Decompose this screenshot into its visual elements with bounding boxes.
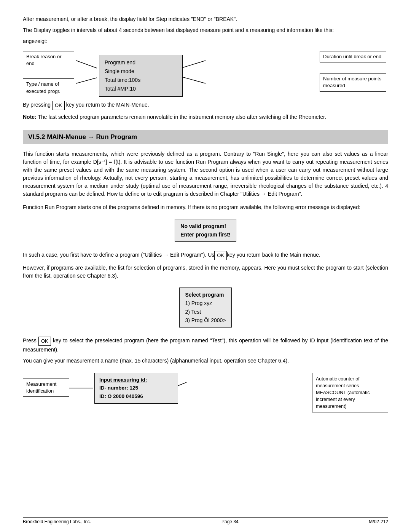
body-para1: This function starts measurements, which… (23, 150, 388, 198)
ok-case-paragraph: In such a case, you first have to define… (23, 251, 388, 260)
ok-key-1[interactable]: OK (52, 101, 65, 110)
error-display-box: No valid program! Enter program first! (175, 219, 236, 242)
input-right-box: Automatic counter of measurement series … (312, 373, 388, 413)
diagram-center-column: Program end Single mode Total time:100s … (99, 55, 183, 97)
break-reason-box: Break reason or end (23, 51, 74, 69)
error-line1: No valid program! (180, 222, 230, 230)
svg-line-3 (181, 77, 206, 83)
body-para2: Function Run Program starts one of the p… (23, 203, 388, 211)
footer-left: Brookfield Engineering Labs., Inc. (23, 519, 91, 524)
press-ok-text1: Press (23, 338, 37, 344)
input-measuring-box: Input measuring id: ID- number: 125 ID: … (94, 373, 178, 404)
ok-key-2[interactable]: OK (214, 251, 227, 260)
ok-note-text2: key you return to the MAIN-Menue. (66, 102, 149, 108)
footer-center: Page 34 (221, 519, 239, 524)
ok-case-text2: key you return back to the Main menue. (227, 252, 320, 258)
input-diagram: Measurement identification Input measuri… (23, 371, 388, 405)
input-line2: ID- number: 125 (99, 384, 173, 392)
diagram1: Break reason or end Type / name of execu… (23, 49, 388, 95)
input-right-text: Automatic counter of measurement series … (316, 376, 370, 409)
note-bold: Note: (23, 114, 37, 120)
program-avail-para: However, if programs are available, the … (23, 264, 388, 280)
intro-para1: After measurement, or after a break, the… (23, 15, 388, 23)
select-program-container: Select program 1) Prog xyz 2) Test 3) Pr… (23, 284, 388, 332)
ok-note-paragraph: By pressing OK key you return to the MAI… (23, 101, 388, 110)
error-line2: Enter program first! (180, 230, 230, 239)
select-line1: Select program (185, 291, 226, 299)
you-can-text: You can give your measurement a name (ma… (23, 358, 289, 364)
error-box-container: No valid program! Enter program first! (23, 215, 388, 246)
center-line2: Single mode (105, 67, 177, 76)
type-name-box: Type / name of executed progr. (23, 78, 74, 97)
input-line3: ID: Ö 2000 040596 (99, 392, 173, 401)
center-line1: Program end (105, 58, 177, 67)
diagram-left-column: Break reason or end Type / name of execu… (23, 51, 76, 97)
select-line3: 2) Test (185, 308, 226, 316)
input-left-label: Measurement identification (23, 379, 69, 397)
note-paragraph: Note: The last selected program paramete… (23, 113, 388, 121)
diagram-right-column: Duration until break or end Number of me… (320, 51, 388, 92)
intro-para2: The Display toggles in intervals of abou… (23, 26, 388, 34)
measurement-identification-box: Measurement identification (23, 379, 69, 397)
center-line4: Total #MP:10 (105, 85, 177, 93)
you-can-para: You can give your measurement a name (ma… (23, 357, 388, 365)
ok-key-3[interactable]: OK (38, 337, 51, 346)
svg-line-6 (177, 382, 186, 386)
intro-word: angezeigt: (23, 37, 388, 45)
svg-line-0 (76, 61, 97, 68)
center-line3: Total time:100s (105, 76, 177, 85)
footer-right: M/02-212 (369, 519, 388, 524)
page-footer: Brookfield Engineering Labs., Inc. Page … (23, 517, 388, 524)
ok-case-text1: In such a case, you first have to define… (23, 252, 214, 258)
select-program-box: Select program 1) Prog xyz 2) Test 3) Pr… (179, 288, 231, 328)
page-content: After measurement, or after a break, the… (23, 15, 388, 405)
press-ok-text2: key to select the preselected program (h… (23, 338, 388, 353)
select-line4: 3) Prog Öl 2000> (185, 316, 226, 324)
program-info-box: Program end Single mode Total time:100s … (99, 55, 183, 97)
svg-line-2 (181, 61, 206, 68)
input-line1: Input measuring id: (99, 376, 173, 384)
duration-box: Duration until break or end (320, 51, 386, 62)
section-heading-vi52: VI.5.2 MAIN-Menue → Run Program (23, 130, 388, 144)
input-center-box-wrap: Input measuring id: ID- number: 125 ID: … (94, 373, 178, 404)
press-ok-paragraph: Press OK key to select the preselected p… (23, 337, 388, 354)
svg-line-1 (76, 78, 97, 83)
measure-points-box: Number of measure points measured (320, 73, 386, 91)
ok-note-text1: By pressing (23, 102, 51, 108)
note-text: The last selected program parameters rem… (37, 114, 326, 120)
select-line2: 1) Prog xyz (185, 299, 226, 307)
